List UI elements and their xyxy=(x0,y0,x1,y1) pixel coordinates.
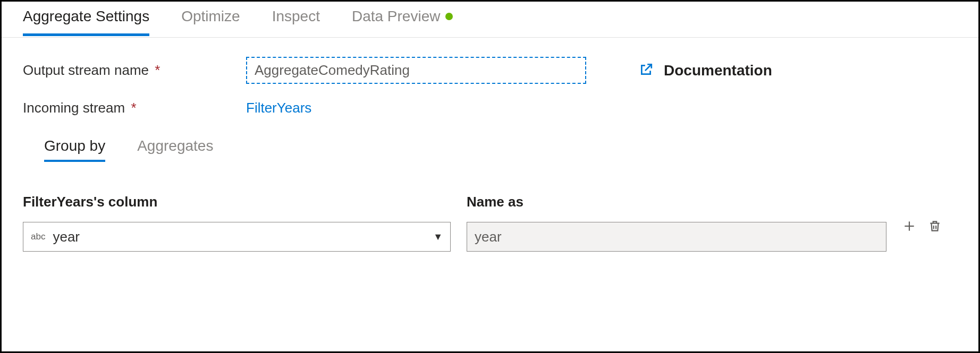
add-row-button[interactable] xyxy=(902,219,916,233)
output-stream-label-text: Output stream name xyxy=(23,62,149,78)
source-column-group: FilterYears's column abc year ▼ xyxy=(23,194,451,252)
source-column-dropdown[interactable]: abc year ▼ xyxy=(23,222,451,252)
incoming-stream-label: Incoming stream * xyxy=(23,100,246,116)
name-as-header: Name as xyxy=(467,194,886,210)
name-as-group: Name as xyxy=(467,194,886,252)
incoming-stream-row: Incoming stream * FilterYears xyxy=(23,100,957,116)
output-stream-label: Output stream name * xyxy=(23,62,246,79)
type-badge: abc xyxy=(31,231,45,242)
delete-row-button[interactable] xyxy=(928,219,942,233)
documentation-link[interactable]: Documentation xyxy=(639,62,772,79)
sub-tabs: Group by Aggregates xyxy=(44,137,957,162)
row-actions xyxy=(902,219,942,233)
content-area: Output stream name * Documentation Incom… xyxy=(2,38,978,271)
group-by-columns: FilterYears's column abc year ▼ Name as xyxy=(23,194,957,252)
documentation-label: Documentation xyxy=(664,62,772,79)
chevron-down-icon: ▼ xyxy=(433,231,443,243)
subtab-aggregates[interactable]: Aggregates xyxy=(137,137,213,162)
tab-data-preview-label: Data Preview xyxy=(352,8,441,25)
subtab-group-by[interactable]: Group by xyxy=(44,137,105,162)
tab-optimize[interactable]: Optimize xyxy=(181,8,240,36)
required-asterisk-icon: * xyxy=(131,100,136,116)
name-as-input[interactable] xyxy=(467,222,886,252)
source-column-value: year xyxy=(53,229,433,245)
required-asterisk-icon: * xyxy=(155,62,160,78)
output-stream-input[interactable] xyxy=(246,57,586,84)
tab-data-preview[interactable]: Data Preview xyxy=(352,8,453,36)
output-stream-row: Output stream name * Documentation xyxy=(23,57,957,84)
status-indicator-icon xyxy=(445,13,453,20)
incoming-stream-value[interactable]: FilterYears xyxy=(246,100,311,116)
source-column-header: FilterYears's column xyxy=(23,194,451,210)
tab-aggregate-settings[interactable]: Aggregate Settings xyxy=(23,8,149,36)
main-tabs: Aggregate Settings Optimize Inspect Data… xyxy=(2,2,978,38)
tab-inspect[interactable]: Inspect xyxy=(272,8,320,36)
external-link-icon xyxy=(639,63,653,79)
incoming-stream-label-text: Incoming stream xyxy=(23,100,125,116)
